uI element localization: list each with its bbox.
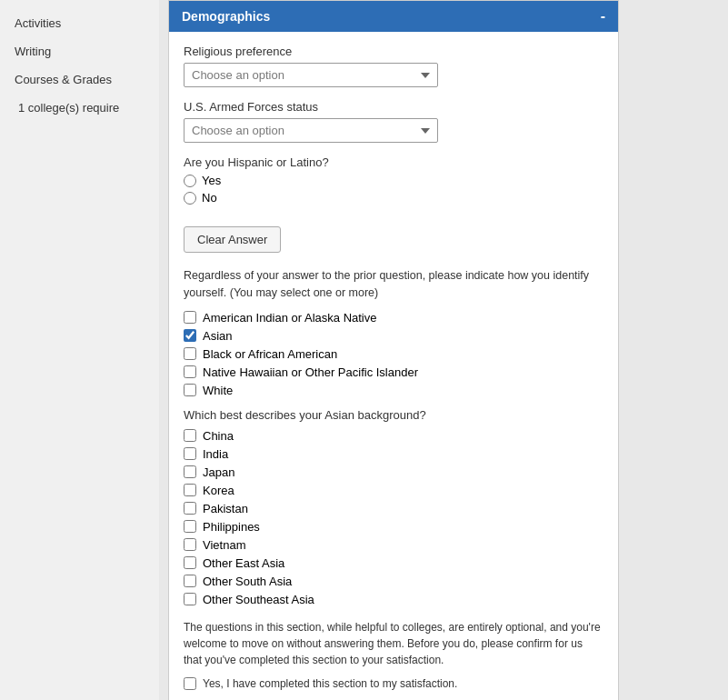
main-content: Demographics - Religious preference Choo… (159, 0, 628, 700)
race-black-checkbox[interactable] (184, 347, 196, 360)
race-black-label: Black or African American (203, 347, 337, 361)
asian-korea: Korea (184, 484, 603, 497)
race-asian: Asian (184, 329, 603, 343)
asian-other-southeast-asia-checkbox[interactable] (184, 593, 196, 605)
asian-other-east-asia-checkbox[interactable] (184, 556, 196, 569)
religious-preference-group: Religious preference Choose an option (184, 45, 603, 87)
race-black: Black or African American (184, 347, 603, 361)
asian-other-south-asia-checkbox[interactable] (184, 575, 196, 587)
hispanic-question: Are you Hispanic or Latino? (184, 155, 603, 169)
asian-other-south-asia: Other South Asia (184, 575, 603, 588)
demographics-body: Religious preference Choose an option U.… (169, 32, 618, 700)
asian-china-checkbox[interactable] (184, 429, 196, 442)
hispanic-no-label: No (202, 191, 217, 205)
completion-checkbox-item: Yes, I have completed this section to my… (184, 675, 603, 692)
hispanic-no-radio[interactable] (184, 192, 196, 205)
religious-preference-label: Religious preference (184, 45, 603, 58)
race-white-label: White (203, 384, 233, 397)
race-hawaiian-checkbox[interactable] (184, 365, 196, 378)
right-panel (628, 0, 728, 700)
asian-vietnam-checkbox[interactable] (184, 538, 196, 551)
race-asian-checkbox[interactable] (184, 329, 196, 342)
hispanic-yes-radio[interactable] (184, 175, 196, 187)
asian-vietnam: Vietnam (184, 538, 603, 552)
asian-other-south-asia-label: Other South Asia (203, 575, 292, 588)
asian-other-southeast-asia: Other Southeast Asia (184, 593, 603, 606)
asian-vietnam-label: Vietnam (203, 538, 245, 552)
asian-other-southeast-asia-label: Other Southeast Asia (203, 593, 314, 606)
asian-question: Which best describes your Asian backgrou… (184, 408, 603, 422)
hispanic-yes-item: Yes (184, 174, 603, 187)
asian-korea-label: Korea (203, 484, 234, 497)
collapse-icon[interactable]: - (601, 8, 605, 25)
asian-china-label: China (203, 429, 234, 443)
race-description: Regardless of your answer to the prior q… (184, 267, 603, 302)
sidebar-item-colleges[interactable]: 1 college(s) require (0, 94, 159, 122)
armed-forces-label: U.S. Armed Forces status (184, 100, 603, 114)
asian-japan-checkbox[interactable] (184, 465, 196, 478)
religious-preference-select[interactable]: Choose an option (184, 63, 438, 87)
completion-note-text: The questions in this section, while hel… (184, 619, 603, 668)
completion-checkbox-label: Yes, I have completed this section to my… (203, 675, 457, 692)
asian-korea-checkbox[interactable] (184, 484, 196, 496)
asian-india: India (184, 447, 603, 461)
race-white: White (184, 384, 603, 397)
asian-japan: Japan (184, 465, 603, 479)
sidebar: Activities Writing Courses & Grades 1 co… (0, 0, 159, 700)
asian-india-checkbox[interactable] (184, 447, 196, 460)
completion-checkbox[interactable] (184, 677, 196, 690)
hispanic-radio-group: Yes No (184, 174, 603, 205)
race-american-indian-label: American Indian or Alaska Native (203, 311, 376, 325)
hispanic-no-item: No (184, 191, 603, 205)
armed-forces-group: U.S. Armed Forces status Choose an optio… (184, 100, 603, 143)
hispanic-group: Are you Hispanic or Latino? Yes No (184, 155, 603, 205)
asian-china: China (184, 429, 603, 443)
race-white-checkbox[interactable] (184, 384, 196, 396)
asian-other-east-asia: Other East Asia (184, 556, 603, 570)
asian-other-east-asia-label: Other East Asia (203, 556, 284, 570)
race-hawaiian: Native Hawaiian or Other Pacific Islande… (184, 365, 603, 379)
demographics-panel: Demographics - Religious preference Choo… (168, 0, 619, 700)
asian-japan-label: Japan (203, 465, 234, 479)
race-american-indian: American Indian or Alaska Native (184, 311, 603, 325)
asian-philippines-checkbox[interactable] (184, 520, 196, 533)
asian-philippines-label: Philippines (203, 520, 260, 534)
asian-india-label: India (203, 447, 228, 461)
asian-philippines: Philippines (184, 520, 603, 534)
asian-pakistan-label: Pakistan (203, 502, 248, 515)
race-hawaiian-label: Native Hawaiian or Other Pacific Islande… (203, 365, 418, 379)
clear-answer-button[interactable]: Clear Answer (184, 226, 281, 253)
sidebar-item-courses-grades[interactable]: Courses & Grades (0, 65, 159, 94)
asian-checkbox-group: China India Japan Korea Pakistan (184, 429, 603, 606)
asian-pakistan-checkbox[interactable] (184, 502, 196, 515)
asian-pakistan: Pakistan (184, 502, 603, 515)
completion-note: The questions in this section, while hel… (184, 619, 603, 692)
race-checkbox-group: American Indian or Alaska Native Asian B… (184, 311, 603, 397)
race-american-indian-checkbox[interactable] (184, 311, 196, 324)
demographics-title: Demographics (182, 9, 270, 24)
armed-forces-select[interactable]: Choose an option (184, 118, 438, 143)
sidebar-item-activities[interactable]: Activities (0, 9, 159, 37)
race-asian-label: Asian (203, 329, 233, 343)
demographics-header: Demographics - (169, 1, 618, 32)
sidebar-item-writing[interactable]: Writing (0, 37, 159, 65)
hispanic-yes-label: Yes (202, 174, 221, 187)
